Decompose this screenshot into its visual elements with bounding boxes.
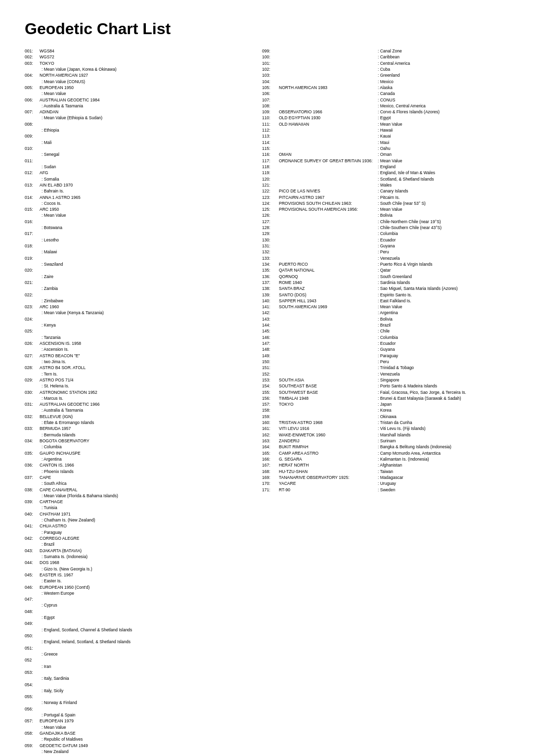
entry-id: 003: — [25, 60, 40, 66]
list-item: 152:: Venezuela — [262, 371, 514, 377]
list-item: 131:: Guyana — [262, 243, 514, 249]
entry-name: ANNA 1 ASTRO 1965 — [40, 195, 81, 200]
entry-sub: : Ethiopia — [25, 127, 262, 133]
entry-id: 054: — [25, 682, 40, 688]
entry-id: 152: — [262, 371, 279, 377]
entry-id: 165: — [262, 450, 279, 456]
entry-id: 158: — [262, 407, 279, 413]
entry-name: DJAKARTA (BATAVIA) — [40, 548, 82, 553]
entry-sub: : Egypt — [25, 614, 262, 620]
list-item: 129:: Columbia — [262, 231, 514, 236]
entry-name: GAUPO INCHAUSPE — [40, 451, 81, 456]
entry-sub: : Greece — [25, 651, 262, 657]
list-item: 148:: Guyana — [262, 346, 514, 352]
list-item: 030:ASTRONOMIC STATION 1952: Marcus Is. — [25, 389, 262, 402]
entry-sub: : Cuba — [378, 66, 390, 72]
entry-sub: : Korea — [378, 407, 391, 413]
entry-sub: : Mean Value — [378, 121, 402, 127]
entry-name: RT-90 — [279, 487, 378, 493]
entry-sub: : Columbia — [25, 444, 262, 450]
list-item: 107:: CONUS — [262, 97, 514, 103]
entry-id: 037: — [25, 474, 40, 480]
list-item: 149:: Paraguay — [262, 353, 514, 359]
list-item: 035:GAUPO INCHAUSPE: Argentina — [25, 450, 262, 463]
entry-sub: : Alaska — [378, 85, 393, 91]
entry-id: 022: — [25, 292, 40, 298]
entry-sub: : England, Isle of Man & Wales — [378, 170, 435, 176]
entry-name: ADINDAN — [40, 109, 58, 114]
entry-name: BUKIT RIMPAH — [279, 444, 378, 450]
entry-name: DOS 1968 — [40, 560, 59, 565]
entry-id: 005: — [25, 85, 40, 91]
entry-sub: : Canary Islands — [378, 188, 408, 194]
entry-sub: : England, Scotland, Channel & Shetland … — [25, 627, 262, 633]
entry-id: 048: — [25, 609, 40, 614]
list-item: 033:BERMUDA 1957: Bermuda Islands — [25, 425, 262, 438]
list-item: 155:SOUTHWEST BASE: Faial, Gracosa, Pico… — [262, 389, 514, 395]
entry-sub: : Italy, Sicily — [25, 688, 262, 694]
entry-sub: : Mean Value (Japan, Korea & Okinawa) — [25, 66, 262, 72]
list-item: 122:PICO DE LAS NIVIES: Canary Islands — [262, 188, 514, 194]
list-item: 040:CHATHAM 1971: Chatham Is. (New Zeala… — [25, 511, 262, 523]
entry-sub: : Afghanistan — [378, 462, 402, 468]
entry-id: 056: — [25, 706, 40, 712]
list-item: 171:RT-90: Sweden — [262, 487, 514, 493]
entry-sub: : South Chile (near 53° S) — [378, 200, 426, 206]
list-item: 042:CORREGO ALEGRE: Brazil — [25, 535, 262, 548]
list-item: 019:: Swaziland — [25, 255, 262, 268]
entry-id: 118: — [262, 164, 279, 170]
list-item: 141:SOUTH AMERICAN 1969: Mean Value — [262, 304, 514, 310]
entry-id: 141: — [262, 304, 279, 310]
list-item: 136:QORNOQ: South Greenland — [262, 274, 514, 280]
entry-sub: : Mean Value — [378, 206, 402, 212]
entry-id: 159: — [262, 414, 279, 420]
list-item: 163:ZANDERIJ: Surinam — [262, 438, 514, 444]
list-item: 133:: Venezuela — [262, 255, 514, 261]
entry-sub: : Central America — [378, 60, 410, 66]
entry-id: 126: — [262, 212, 279, 218]
entry-sub: : Singapore — [378, 377, 399, 383]
list-item: 154:SOUTHEAST BASE: Porto Santo & Madeir… — [262, 383, 514, 389]
entry-id: 024: — [25, 316, 40, 322]
entry-sub: : Faial, Gracosa, Pico, Sao Jorge, & Ter… — [378, 389, 466, 395]
entry-id: 111: — [262, 121, 279, 127]
entry-id: 099: — [262, 48, 279, 54]
entry-id: 103: — [262, 72, 279, 78]
entry-name: GANDAJIKA BASE — [40, 731, 76, 736]
entry-id: 107: — [262, 97, 279, 103]
list-item: 016:: Botswana — [25, 219, 262, 231]
list-item: 043:DJAKARTA (BATAVIA): Sumatra Is. (Ind… — [25, 548, 262, 560]
entry-name: SANTA BRAZ — [279, 285, 378, 291]
entry-id: 104: — [262, 79, 279, 85]
entry-sub: : Columbia — [378, 334, 398, 340]
entry-name: CHUA ASTRO — [40, 523, 67, 528]
entry-id: 122: — [262, 188, 279, 194]
entry-sub: : Senegal — [25, 151, 262, 157]
entry-sub: : Mali — [25, 140, 262, 145]
entry-name: BERMUDA 1957 — [40, 426, 71, 431]
entry-sub: : Corvo & Flores Islands (Azores) — [378, 109, 440, 115]
entry-name: OMAN — [279, 151, 378, 157]
list-item: 121:: Wales — [262, 182, 514, 188]
list-item: 004:NORTH AMERICAN 1927: Mean Value (CON… — [25, 72, 262, 85]
entry-name: PICO DE LAS NIVIES — [279, 188, 378, 194]
entry-id: 015: — [25, 206, 40, 212]
entry-id: 116: — [262, 151, 279, 157]
list-item: 165:CAMP AREA ASTRO: Camp Mcmurdo Area, … — [262, 450, 514, 456]
entry-sub: : Lesotho — [25, 237, 262, 243]
entry-id: 020: — [25, 267, 40, 273]
entry-name: SOUTHEAST BASE — [279, 383, 378, 389]
entry-id: 018: — [25, 243, 40, 249]
entry-sub: : Mean Value — [25, 212, 262, 218]
entry-sub: : Tern Is. — [25, 371, 262, 377]
entry-name: EUROPEAN 1950 — [40, 85, 74, 90]
entry-name: BELLEVUE (IGN) — [40, 414, 73, 419]
entry-name: ORDNANCE SURVEY OF GREAT BRITAIN 1936: — [279, 158, 378, 164]
list-item: 023:ARC 1960: Mean Value (Kenya & Tanzan… — [25, 304, 262, 316]
entry-name: AUSTRALIAN GEODETIC 1984 — [40, 97, 99, 102]
entry-id: 007: — [25, 109, 40, 115]
entry-id: 013: — [25, 182, 40, 188]
entry-id: 041: — [25, 523, 40, 529]
list-item: 036:CANTON IS. 1966: Phoenix Islands — [25, 462, 262, 474]
list-item: 100:: Caribbean — [262, 54, 514, 60]
